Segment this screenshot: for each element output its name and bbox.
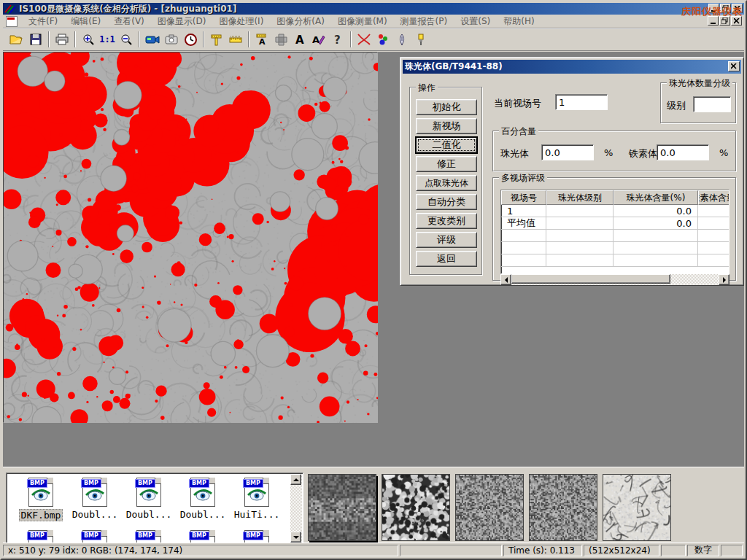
help-icon[interactable]: ?: [328, 31, 347, 49]
menu-file[interactable]: 文件(F): [22, 14, 64, 29]
status-time: Time (s): 0.113: [503, 545, 582, 556]
pick-pearlite-button[interactable]: 点取珠光体: [416, 175, 477, 191]
auto-classify-button[interactable]: 自动分类: [416, 194, 477, 210]
dialog-close-button[interactable]: [728, 61, 740, 71]
toolbar-separator: [74, 31, 76, 47]
menu-image-display[interactable]: 图像显示(D): [151, 14, 213, 29]
pearlite-percent-input[interactable]: [541, 144, 594, 160]
text-icon[interactable]: A: [290, 31, 309, 49]
new-field-button[interactable]: 新视场: [416, 118, 477, 134]
file-name[interactable]: HuiTi...: [233, 509, 282, 520]
cell-field-no: 平均值: [501, 217, 546, 230]
ruler-icon[interactable]: [226, 31, 245, 49]
file-browser[interactable]: BMP DKF.bmp BMP Doubl... BMP Doubl...: [6, 472, 303, 544]
col-pearlite-content[interactable]: 珠光体含量(%): [614, 190, 698, 205]
bmp-badge: BMP: [189, 479, 209, 488]
menu-image-measure[interactable]: 图像测量(M): [331, 14, 394, 29]
change-class-button[interactable]: 更改类别: [416, 213, 477, 229]
menu-view[interactable]: 查看(V): [107, 14, 151, 29]
bmp-badge: BMP: [189, 532, 209, 540]
file-vertical-scrollbar[interactable]: [290, 474, 302, 542]
file-item[interactable]: BMP Doubl...: [68, 478, 122, 520]
thumbnail-image[interactable]: [529, 474, 597, 541]
video-camera-icon[interactable]: [143, 31, 162, 49]
file-item[interactable]: BMP HuiTi...: [230, 478, 284, 520]
file-name[interactable]: Doubl...: [71, 509, 120, 520]
actual-size-icon[interactable]: 1:1: [98, 31, 117, 49]
dialog-title-bar[interactable]: 珠光体(GB/T9441-88): [403, 60, 741, 74]
menu-settings[interactable]: 设置(S): [454, 14, 497, 29]
scroll-up-button[interactable]: [290, 474, 301, 485]
ferrite-label: 铁素体: [629, 147, 657, 160]
initialize-button[interactable]: 初始化: [416, 99, 477, 115]
document-icon[interactable]: [6, 16, 18, 27]
grade-input[interactable]: [693, 96, 731, 112]
correct-button[interactable]: 修正: [416, 156, 477, 172]
thumbnail-image[interactable]: [308, 474, 376, 541]
col-pearlite-grade[interactable]: 珠光体级别: [546, 190, 614, 205]
file-item[interactable]: BMP Doubl...: [122, 478, 176, 520]
minimize-button[interactable]: [708, 4, 719, 13]
svg-text:A: A: [259, 37, 266, 46]
file-name[interactable]: DKF.bmp: [19, 509, 63, 521]
menu-image-analysis[interactable]: 图像分析(A): [270, 14, 331, 29]
pearlite-dialog[interactable]: 珠光体(GB/T9441-88) 操作 初始化 新视场 二值化 修正 点取珠光体…: [400, 57, 744, 286]
capture-camera-icon[interactable]: [162, 31, 181, 49]
file-name[interactable]: Doubl...: [179, 509, 228, 520]
col-field-no[interactable]: 视场号: [501, 190, 546, 205]
cell-grade: [546, 205, 614, 217]
curve-delete-icon[interactable]: [355, 31, 374, 49]
svg-text:A: A: [312, 34, 320, 45]
mdi-close-button[interactable]: [731, 16, 742, 26]
mdi-restore-button[interactable]: [719, 16, 730, 26]
bmp-file-icon: BMP: [28, 478, 53, 507]
save-icon[interactable]: [26, 31, 45, 49]
thumbnail-image[interactable]: [455, 474, 524, 541]
grade-group: 珠光体数量分级 级别: [660, 82, 736, 123]
cell-field-no: 1: [501, 205, 546, 217]
caliper-icon[interactable]: [207, 31, 226, 49]
ferrite-percent-input[interactable]: [657, 144, 709, 160]
table-row[interactable]: 1 0.0: [501, 205, 729, 217]
file-item[interactable]: BMP DKF.bmp: [14, 478, 68, 521]
menu-report[interactable]: 测量报告(P): [394, 14, 454, 29]
annotate-icon[interactable]: A: [309, 31, 328, 49]
table-row[interactable]: 平均值 0.0: [501, 217, 729, 230]
multifield-table[interactable]: 视场号 珠光体级别 珠光体含量(%) 铁素体含量(%) 1 0.0 平均值 0.…: [500, 190, 729, 274]
grid-merge-icon[interactable]: [271, 31, 290, 49]
thumbnail-image[interactable]: [603, 474, 671, 541]
menu-edit[interactable]: 编辑(E): [64, 14, 107, 29]
pen-icon[interactable]: [392, 31, 411, 49]
mdi-minimize-button[interactable]: [708, 16, 719, 26]
menu-help[interactable]: 帮助(H): [497, 14, 541, 29]
svg-text:?: ?: [334, 34, 341, 46]
binarize-button[interactable]: 二值化: [416, 137, 477, 153]
zoom-out-icon[interactable]: [117, 31, 136, 49]
rate-button[interactable]: 评级: [416, 232, 477, 248]
scroll-right-button[interactable]: [719, 274, 729, 285]
menu-image-processing[interactable]: 图像处理(I): [212, 14, 270, 29]
return-button[interactable]: 返回: [416, 251, 477, 267]
cell-grade: [546, 217, 614, 230]
metallograph-image[interactable]: [4, 52, 378, 423]
print-icon[interactable]: [53, 31, 71, 49]
open-folder-icon[interactable]: [7, 31, 26, 49]
file-name[interactable]: Doubl...: [125, 509, 174, 520]
close-button[interactable]: [732, 4, 743, 13]
table-horizontal-scrollbar[interactable]: [500, 274, 729, 285]
measure-text-icon[interactable]: A: [252, 31, 271, 49]
restore-button[interactable]: [720, 4, 731, 13]
current-field-input[interactable]: [555, 94, 608, 110]
scroll-down-button[interactable]: [290, 532, 301, 542]
menu-bar: 文件(F) 编辑(E) 查看(V) 图像显示(D) 图像处理(I) 图像分析(A…: [3, 15, 744, 28]
zoom-in-icon[interactable]: [79, 31, 98, 49]
particles-icon[interactable]: [374, 31, 392, 49]
timer-clock-icon[interactable]: [181, 31, 200, 49]
scroll-left-button[interactable]: [500, 274, 511, 285]
file-item[interactable]: BMP Doubl...: [176, 478, 230, 520]
brush-icon[interactable]: [411, 31, 430, 49]
scrollbar-track[interactable]: [511, 274, 719, 285]
scrollbar-thumb[interactable]: [511, 274, 670, 284]
thumbnail-image[interactable]: [382, 474, 450, 541]
col-ferrite-content[interactable]: 铁素体含量(%): [698, 190, 729, 205]
